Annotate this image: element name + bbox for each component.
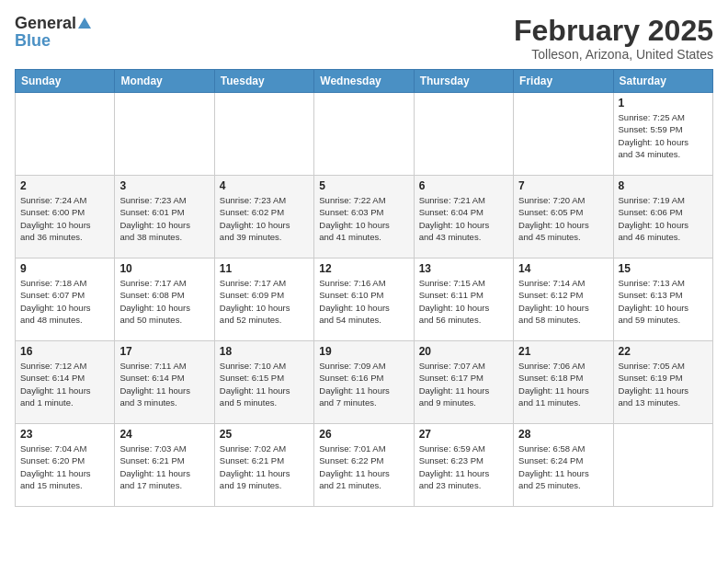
day-number: 11	[220, 262, 309, 275]
week-row-3: 9Sunrise: 7:18 AM Sunset: 6:07 PM Daylig…	[16, 259, 713, 341]
day-info: Sunrise: 7:09 AM Sunset: 6:16 PM Dayligh…	[319, 360, 408, 408]
day-info: Sunrise: 7:05 AM Sunset: 6:19 PM Dayligh…	[619, 360, 708, 408]
day-cell: 28Sunrise: 6:58 AM Sunset: 6:24 PM Dayli…	[514, 424, 613, 507]
day-cell: 7Sunrise: 7:20 AM Sunset: 6:05 PM Daylig…	[514, 176, 613, 259]
week-row-5: 23Sunrise: 7:04 AM Sunset: 6:20 PM Dayli…	[16, 424, 713, 507]
day-cell: 24Sunrise: 7:03 AM Sunset: 6:21 PM Dayli…	[115, 424, 214, 507]
day-info: Sunrise: 7:24 AM Sunset: 6:00 PM Dayligh…	[20, 194, 109, 243]
day-info: Sunrise: 7:07 AM Sunset: 6:17 PM Dayligh…	[419, 360, 508, 408]
day-cell: 18Sunrise: 7:10 AM Sunset: 6:15 PM Dayli…	[214, 341, 313, 424]
day-cell: 3Sunrise: 7:23 AM Sunset: 6:01 PM Daylig…	[115, 176, 214, 259]
day-info: Sunrise: 7:06 AM Sunset: 6:18 PM Dayligh…	[518, 360, 608, 408]
day-cell: 17Sunrise: 7:11 AM Sunset: 6:14 PM Dayli…	[115, 341, 214, 424]
day-number: 15	[619, 262, 708, 275]
header-cell-thursday: Thursday	[414, 70, 513, 93]
day-cell: 21Sunrise: 7:06 AM Sunset: 6:18 PM Dayli…	[514, 341, 613, 424]
day-cell: 27Sunrise: 6:59 AM Sunset: 6:23 PM Dayli…	[414, 424, 513, 507]
day-info: Sunrise: 7:02 AM Sunset: 6:21 PM Dayligh…	[220, 442, 309, 491]
day-info: Sunrise: 7:17 AM Sunset: 6:09 PM Dayligh…	[220, 277, 309, 326]
day-number: 24	[119, 428, 209, 441]
title-block: February 2025 Tolleson, Arizona, United …	[514, 15, 713, 62]
day-number: 21	[518, 345, 608, 358]
logo-general-text: General	[15, 14, 76, 32]
day-info: Sunrise: 7:12 AM Sunset: 6:14 PM Dayligh…	[20, 360, 109, 408]
header-cell-wednesday: Wednesday	[314, 70, 414, 93]
day-info: Sunrise: 7:13 AM Sunset: 6:13 PM Dayligh…	[619, 277, 708, 326]
day-cell: 26Sunrise: 7:01 AM Sunset: 6:22 PM Dayli…	[314, 424, 414, 507]
logo-triangle-icon	[78, 17, 91, 29]
day-cell: 11Sunrise: 7:17 AM Sunset: 6:09 PM Dayli…	[214, 259, 313, 341]
day-cell: 14Sunrise: 7:14 AM Sunset: 6:12 PM Dayli…	[514, 259, 613, 341]
day-number: 5	[319, 179, 408, 192]
day-cell: 16Sunrise: 7:12 AM Sunset: 6:14 PM Dayli…	[16, 341, 115, 424]
day-number: 13	[419, 262, 508, 275]
day-cell	[613, 424, 712, 507]
day-number: 1	[619, 97, 708, 109]
week-row-1: 1Sunrise: 7:25 AM Sunset: 5:59 PM Daylig…	[16, 93, 713, 176]
calendar-body: 1Sunrise: 7:25 AM Sunset: 5:59 PM Daylig…	[16, 93, 713, 507]
day-cell: 13Sunrise: 7:15 AM Sunset: 6:11 PM Dayli…	[414, 259, 513, 341]
header-cell-monday: Monday	[115, 70, 214, 93]
day-info: Sunrise: 7:18 AM Sunset: 6:07 PM Dayligh…	[20, 277, 109, 326]
month-title: February 2025	[514, 15, 713, 47]
day-cell: 23Sunrise: 7:04 AM Sunset: 6:20 PM Dayli…	[16, 424, 115, 507]
day-cell	[414, 93, 513, 176]
day-number: 17	[119, 345, 209, 358]
day-cell: 6Sunrise: 7:21 AM Sunset: 6:04 PM Daylig…	[414, 176, 513, 259]
day-cell: 5Sunrise: 7:22 AM Sunset: 6:03 PM Daylig…	[314, 176, 414, 259]
day-cell: 15Sunrise: 7:13 AM Sunset: 6:13 PM Dayli…	[613, 259, 712, 341]
day-info: Sunrise: 7:10 AM Sunset: 6:15 PM Dayligh…	[220, 360, 309, 408]
day-cell: 22Sunrise: 7:05 AM Sunset: 6:19 PM Dayli…	[613, 341, 712, 424]
day-number: 16	[20, 345, 109, 358]
day-info: Sunrise: 7:21 AM Sunset: 6:04 PM Dayligh…	[419, 194, 508, 243]
day-info: Sunrise: 7:23 AM Sunset: 6:02 PM Dayligh…	[220, 194, 309, 243]
day-number: 18	[220, 345, 309, 358]
day-number: 7	[518, 179, 608, 192]
day-number: 14	[518, 262, 608, 275]
calendar-table: SundayMondayTuesdayWednesdayThursdayFrid…	[15, 69, 713, 507]
day-number: 6	[419, 179, 508, 192]
day-info: Sunrise: 7:04 AM Sunset: 6:20 PM Dayligh…	[20, 442, 109, 491]
day-info: Sunrise: 6:58 AM Sunset: 6:24 PM Dayligh…	[518, 442, 608, 491]
day-cell: 4Sunrise: 7:23 AM Sunset: 6:02 PM Daylig…	[214, 176, 313, 259]
day-info: Sunrise: 7:01 AM Sunset: 6:22 PM Dayligh…	[319, 442, 408, 491]
day-number: 27	[419, 428, 508, 441]
location-text: Tolleson, Arizona, United States	[514, 47, 713, 62]
calendar-header: SundayMondayTuesdayWednesdayThursdayFrid…	[16, 70, 713, 93]
day-cell	[314, 93, 414, 176]
day-number: 23	[20, 428, 109, 441]
day-info: Sunrise: 7:20 AM Sunset: 6:05 PM Dayligh…	[518, 194, 608, 243]
day-cell: 19Sunrise: 7:09 AM Sunset: 6:16 PM Dayli…	[314, 341, 414, 424]
day-number: 28	[518, 428, 608, 441]
day-info: Sunrise: 7:19 AM Sunset: 6:06 PM Dayligh…	[619, 194, 708, 243]
header-cell-saturday: Saturday	[613, 70, 712, 93]
day-cell: 20Sunrise: 7:07 AM Sunset: 6:17 PM Dayli…	[414, 341, 513, 424]
day-cell	[16, 93, 115, 176]
day-info: Sunrise: 7:22 AM Sunset: 6:03 PM Dayligh…	[319, 194, 408, 243]
day-number: 10	[119, 262, 209, 275]
header-row: SundayMondayTuesdayWednesdayThursdayFrid…	[16, 70, 713, 93]
day-number: 8	[619, 179, 708, 192]
day-info: Sunrise: 6:59 AM Sunset: 6:23 PM Dayligh…	[419, 442, 508, 491]
day-number: 9	[20, 262, 109, 275]
header-cell-friday: Friday	[514, 70, 613, 93]
day-number: 12	[319, 262, 408, 275]
day-cell: 1Sunrise: 7:25 AM Sunset: 5:59 PM Daylig…	[613, 93, 712, 176]
day-info: Sunrise: 7:23 AM Sunset: 6:01 PM Dayligh…	[119, 194, 209, 243]
header-cell-tuesday: Tuesday	[214, 70, 313, 93]
day-info: Sunrise: 7:03 AM Sunset: 6:21 PM Dayligh…	[119, 442, 209, 491]
day-info: Sunrise: 7:16 AM Sunset: 6:10 PM Dayligh…	[319, 277, 408, 326]
day-info: Sunrise: 7:11 AM Sunset: 6:14 PM Dayligh…	[119, 360, 209, 408]
day-cell	[514, 93, 613, 176]
day-info: Sunrise: 7:25 AM Sunset: 5:59 PM Dayligh…	[619, 111, 708, 160]
header-cell-sunday: Sunday	[16, 70, 115, 93]
day-info: Sunrise: 7:14 AM Sunset: 6:12 PM Dayligh…	[518, 277, 608, 326]
logo-blue-text: Blue	[15, 32, 51, 49]
day-info: Sunrise: 7:15 AM Sunset: 6:11 PM Dayligh…	[419, 277, 508, 326]
day-number: 3	[119, 179, 209, 192]
day-number: 20	[419, 345, 508, 358]
week-row-4: 16Sunrise: 7:12 AM Sunset: 6:14 PM Dayli…	[16, 341, 713, 424]
day-number: 4	[220, 179, 309, 192]
day-number: 26	[319, 428, 408, 441]
day-cell: 10Sunrise: 7:17 AM Sunset: 6:08 PM Dayli…	[115, 259, 214, 341]
